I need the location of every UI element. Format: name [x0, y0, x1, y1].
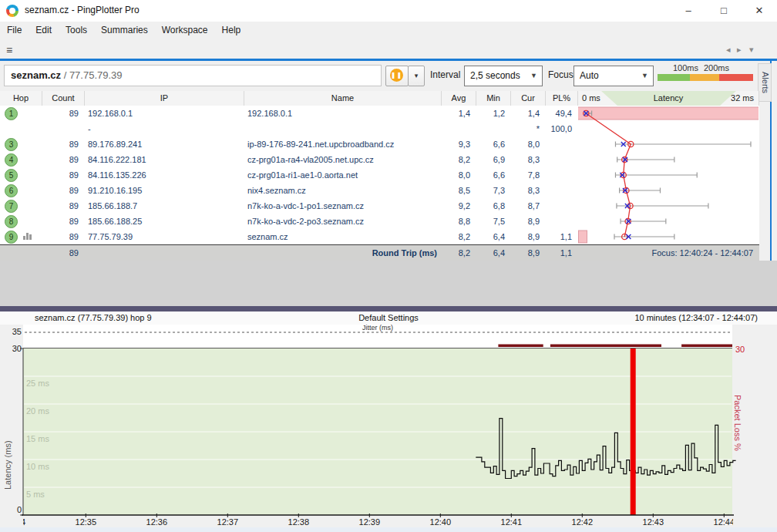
trace-row-hop-1[interactable]: 189192.168.0.1192.168.0.11,41,21,449,4 [0, 106, 759, 121]
count-cell: 89 [42, 183, 85, 198]
focus-label: Focus [548, 69, 574, 80]
trace-row-hop-5[interactable]: 58984.116.135.226cz-prg01a-ri1-ae1-0.aor… [0, 167, 759, 183]
cur-cell: 1,4 [511, 106, 546, 121]
packet-loss-cell [546, 152, 578, 167]
hop-cell: 8 [0, 214, 42, 229]
latency-scale-max-label: 32 ms [731, 91, 754, 106]
avg-cell: 8,5 [442, 183, 476, 198]
column-header-count[interactable]: Count [42, 91, 85, 106]
jitter-label: Jitter (ms) [23, 324, 732, 332]
hop-cell: 9 [0, 229, 42, 244]
menu-item-edit[interactable]: Edit [29, 22, 59, 39]
column-header-ip[interactable]: IP [85, 91, 244, 106]
avg-cell: 1,4 [442, 106, 476, 121]
hop-cell [0, 121, 42, 136]
column-header-hop[interactable]: Hop [0, 91, 42, 106]
pane-splitter[interactable] [0, 306, 777, 311]
latency-minigraph-cell [578, 183, 759, 198]
trace-row-hop-unknown[interactable]: -*100,0 [0, 121, 759, 136]
name-cell: seznam.cz [244, 229, 442, 244]
packet-loss-cell [546, 136, 578, 152]
cur-cell: 8,3 [511, 183, 546, 198]
trace-row-hop-8[interactable]: 889185.66.188.25n7k-ko-a-vdc-2-po3.sezna… [0, 214, 759, 229]
latency-minigraph-cell [578, 152, 759, 167]
ip-cell: 84.116.222.181 [85, 152, 244, 167]
ip-cell: 91.210.16.195 [85, 183, 244, 198]
target-host-text: seznam.cz [11, 69, 61, 81]
avg-cell: 9,2 [442, 198, 476, 214]
tab-scroll-left-icon[interactable]: ◂ [726, 45, 731, 55]
packet-loss-axis-top-label: 30 [735, 345, 745, 354]
name-cell: ip-89-176-89-241.net.upcbroadband.cz [244, 136, 442, 152]
chevron-down-icon: ▼ [530, 66, 537, 86]
round-trip-label: Round Trip (ms) [244, 245, 442, 261]
menu-item-workspace[interactable]: Workspace [155, 22, 215, 39]
cur-cell: * [511, 121, 546, 136]
tab-scroll-right-icon[interactable]: ▸ [737, 45, 742, 55]
cur-cell: 8,9 [511, 214, 546, 229]
cur-cell: 8,0 [511, 136, 546, 152]
close-button[interactable]: ✕ [742, 0, 777, 22]
ip-cell: 84.116.135.226 [85, 167, 244, 183]
avg-cell [442, 121, 476, 136]
interval-select[interactable]: 2,5 seconds ▼ [464, 66, 543, 86]
hop-cell: 5 [0, 167, 42, 183]
hop-number-badge: 6 [5, 184, 18, 197]
target-input[interactable]: seznam.cz / 77.75.79.39 [4, 65, 382, 86]
timeline-plot[interactable] [23, 348, 732, 515]
column-header-min[interactable]: Min [476, 91, 511, 106]
min-cell: 1,2 [476, 106, 511, 121]
trace-table-rows: 189192.168.0.1192.168.0.11,41,21,449,4-*… [0, 106, 759, 244]
title-bar: seznam.cz - PingPlotter Pro – □ ✕ [0, 0, 777, 22]
latency-axis-top-label: 30 [6, 344, 22, 353]
cur-cell: 7,8 [511, 167, 546, 183]
ip-cell: 192.168.0.1 [85, 106, 244, 121]
round-trip-avg: 8,2 [442, 245, 476, 261]
column-header-pl[interactable]: PL% [546, 91, 578, 106]
pause-icon: ❚❚ [390, 69, 403, 82]
latency-minigraph-cell [578, 214, 759, 229]
min-cell: 6,8 [476, 198, 511, 214]
ip-cell: - [85, 121, 244, 136]
count-cell: 89 [42, 152, 85, 167]
menu-item-summaries[interactable]: Summaries [94, 22, 155, 39]
ip-cell: 185.66.188.25 [85, 214, 244, 229]
maximize-button[interactable]: □ [706, 0, 742, 22]
round-trip-row[interactable]: 89 Round Trip (ms) 8,2 6,4 8,9 1,1 Focus… [0, 244, 759, 261]
min-cell: 6,4 [476, 229, 511, 244]
focus-range-label: Focus: 12:40:24 - 12:44:07 [578, 245, 759, 261]
trace-row-hop-4[interactable]: 48984.116.222.181cz-prg01a-ra4-vla2005.n… [0, 152, 759, 167]
hop-cell: 4 [0, 152, 42, 167]
focus-select[interactable]: Auto ▼ [574, 66, 654, 86]
name-cell: n7k-ko-a-vdc-1-po1.seznam.cz [244, 198, 442, 214]
trace-row-hop-6[interactable]: 68991.210.16.195nix4.seznam.cz8,57,38,3 [0, 183, 759, 198]
column-header-latency[interactable]: 0 msLatency32 ms [578, 91, 759, 106]
count-cell: 89 [42, 106, 85, 121]
column-header-name[interactable]: Name [244, 91, 442, 106]
pause-button[interactable]: ❚❚ [385, 66, 409, 86]
menu-item-file[interactable]: File [0, 22, 29, 39]
timeline-graph-indicator-icon [23, 229, 32, 244]
pause-dropdown-button[interactable]: ▾ [408, 66, 425, 86]
trace-row-hop-3[interactable]: 38989.176.89.241ip-89-176-89-241.net.upc… [0, 136, 759, 152]
tab-list-menu-icon[interactable]: ≡ [6, 44, 12, 56]
column-header-avg[interactable]: Avg [442, 91, 476, 106]
ip-cell: 185.66.188.7 [85, 198, 244, 214]
timeline-range-label: 10 minutes (12:34:07 - 12:44:07) [634, 313, 758, 322]
round-trip-pl: 1,1 [546, 245, 578, 261]
tab-overflow-icon[interactable]: ▾ [749, 45, 754, 55]
alerts-panel-tab[interactable]: Alerts [758, 63, 772, 102]
menu-bar: FileEditToolsSummariesWorkspaceHelp [0, 22, 777, 40]
menu-item-tools[interactable]: Tools [59, 22, 94, 39]
menu-item-help[interactable]: Help [215, 22, 248, 39]
ip-cell: 77.75.79.39 [85, 229, 244, 244]
column-header-cur[interactable]: Cur [511, 91, 546, 106]
bottom-strip [0, 527, 777, 532]
minimize-button[interactable]: – [671, 0, 706, 22]
hop-cell: 1 [0, 106, 42, 121]
pingplotter-window: seznam.cz - PingPlotter Pro – □ ✕ FileEd… [0, 0, 777, 532]
min-cell: 7,3 [476, 183, 511, 198]
target-ip-text: / 77.75.79.39 [61, 69, 123, 81]
trace-row-hop-9[interactable]: 98977.75.79.39seznam.cz8,26,48,91,1 [0, 229, 759, 244]
trace-row-hop-7[interactable]: 789185.66.188.7n7k-ko-a-vdc-1-po1.seznam… [0, 198, 759, 214]
